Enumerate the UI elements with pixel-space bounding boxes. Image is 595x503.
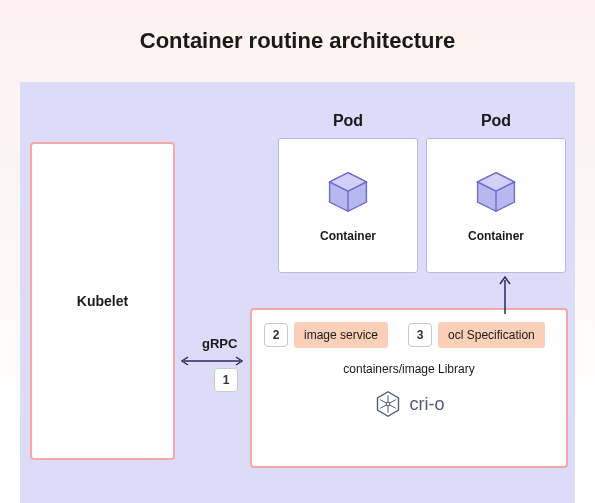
crio-services-row: 2 image service 3 ocl Specification: [264, 322, 554, 348]
grpc-arrow-icon: [178, 354, 246, 368]
container2-label: Container: [468, 229, 524, 243]
ocl-spec-chip: ocl Specification: [438, 322, 545, 348]
pod1-box: Container: [278, 138, 418, 273]
container1-label: Container: [320, 229, 376, 243]
image-service-chip: image service: [294, 322, 388, 348]
cube-icon: [325, 169, 371, 215]
spec-to-container-arrow-icon: [490, 272, 520, 316]
badge-1: 1: [214, 368, 238, 392]
crio-hexagon-icon: [374, 390, 402, 418]
kubelet-label: Kubelet: [77, 293, 128, 309]
svg-line-12: [380, 405, 386, 409]
svg-point-7: [386, 402, 390, 406]
kubelet-box: Kubelet: [30, 142, 175, 460]
svg-line-13: [380, 400, 386, 404]
diagram-title: Container routine architecture: [0, 0, 595, 76]
pod2-box: Container: [426, 138, 566, 273]
crio-logo: cri-o: [264, 390, 554, 418]
badge-2: 2: [264, 323, 288, 347]
diagram-canvas: Kubelet Pod Pod Container Container 2 im…: [20, 82, 575, 503]
crio-box: 2 image service 3 ocl Specification cont…: [250, 308, 568, 468]
pod2-label: Pod: [426, 112, 566, 130]
svg-line-9: [389, 400, 395, 404]
badge-3: 3: [408, 323, 432, 347]
library-text: containers/image Library: [264, 362, 554, 376]
cube-icon: [473, 169, 519, 215]
pod1-label: Pod: [278, 112, 418, 130]
svg-line-10: [389, 405, 395, 409]
crio-label: cri-o: [410, 394, 445, 415]
grpc-label: gRPC: [202, 336, 237, 351]
